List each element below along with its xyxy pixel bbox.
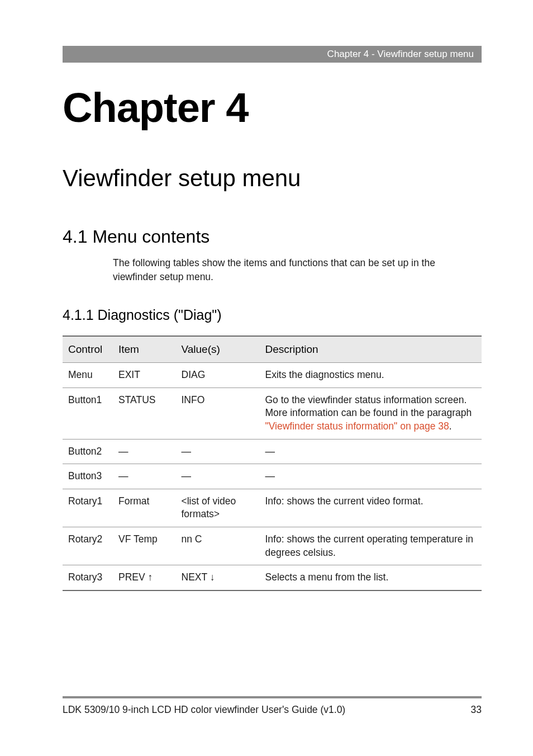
cell-item: VF Temp [113, 527, 176, 565]
cross-reference-link[interactable]: "Viewfinder status information" on page … [265, 420, 449, 432]
footer-row: LDK 5309/10 9-inch LCD HD color viewfind… [63, 704, 482, 716]
th-description: Description [260, 336, 482, 363]
cell-description: Selects a menu from the list. [260, 565, 482, 590]
cell-control: Button1 [63, 388, 113, 439]
desc-text: — [265, 446, 275, 457]
cell-item: — [113, 464, 176, 489]
cell-item: Format [113, 489, 176, 527]
desc-text: Selects a menu from the list. [265, 571, 389, 583]
page-footer: LDK 5309/10 9-inch LCD HD color viewfind… [63, 696, 482, 716]
cell-control: Rotary3 [63, 565, 113, 590]
table-row: Rotary2 VF Temp nn C Info: shows the cur… [63, 527, 482, 565]
cell-item: — [113, 439, 176, 464]
header-bar: Chapter 4 - Viewfinder setup menu [63, 46, 482, 63]
desc-text: — [265, 470, 275, 481]
cell-values: — [176, 439, 260, 464]
chapter-title: Chapter 4 [63, 84, 482, 131]
table-row: Rotary3 PREV ↑ NEXT ↓ Selects a menu fro… [63, 565, 482, 590]
cell-description: Exits the diagnostics menu. [260, 363, 482, 388]
cell-values: DIAG [176, 363, 260, 388]
th-values: Value(s) [176, 336, 260, 363]
cell-description: Go to the viewfinder status information … [260, 388, 482, 439]
desc-text: Info: shows the current operating temper… [265, 533, 474, 558]
cell-values: nn C [176, 527, 260, 565]
cell-description: Info: shows the current operating temper… [260, 527, 482, 565]
footer-rule [63, 696, 482, 698]
cell-control: Button3 [63, 464, 113, 489]
cell-control: Menu [63, 363, 113, 388]
cell-description: — [260, 439, 482, 464]
footer-doc-title: LDK 5309/10 9-inch LCD HD color viewfind… [63, 704, 345, 716]
cell-item: EXIT [113, 363, 176, 388]
cell-item: STATUS [113, 388, 176, 439]
cell-description: — [260, 464, 482, 489]
table-row: Button1 STATUS INFO Go to the viewfinder… [63, 388, 482, 439]
section-title: Viewfinder setup menu [63, 165, 482, 192]
th-item: Item [113, 336, 176, 363]
h3-title: 4.1.1 Diagnostics ("Diag") [63, 307, 482, 323]
desc-text: Go to the viewfinder status information … [265, 394, 472, 419]
cell-control: Button2 [63, 439, 113, 464]
cell-values: — [176, 464, 260, 489]
cell-values: <list of video formats> [176, 489, 260, 527]
desc-text: Exits the diagnostics menu. [265, 369, 384, 380]
cell-control: Rotary2 [63, 527, 113, 565]
intro-paragraph: The following tables show the items and … [113, 256, 482, 284]
header-breadcrumb: Chapter 4 - Viewfinder setup menu [327, 49, 474, 59]
table-row: Menu EXIT DIAG Exits the diagnostics men… [63, 363, 482, 388]
cell-values: INFO [176, 388, 260, 439]
cell-control: Rotary1 [63, 489, 113, 527]
desc-text-post: . [449, 420, 452, 432]
h2-title: 4.1 Menu contents [63, 226, 482, 247]
footer-page-number: 33 [471, 704, 482, 716]
table-row: Rotary1 Format <list of video formats> I… [63, 489, 482, 527]
th-control: Control [63, 336, 113, 363]
cell-item: PREV ↑ [113, 565, 176, 590]
table-row: Button3 — — — [63, 464, 482, 489]
desc-text: Info: shows the current video format. [265, 495, 423, 507]
cell-values: NEXT ↓ [176, 565, 260, 590]
cell-description: Info: shows the current video format. [260, 489, 482, 527]
table-header-row: Control Item Value(s) Description [63, 336, 482, 363]
table-row: Button2 — — — [63, 439, 482, 464]
diagnostics-table: Control Item Value(s) Description Menu E… [63, 336, 482, 591]
